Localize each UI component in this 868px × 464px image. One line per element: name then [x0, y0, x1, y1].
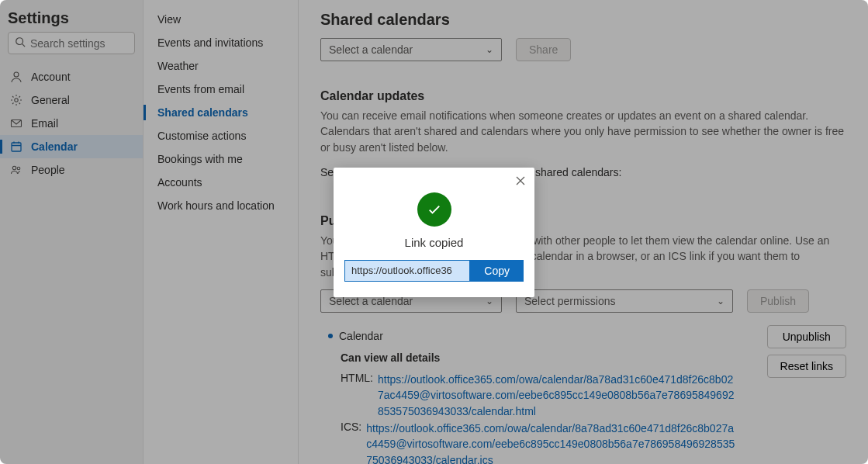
checkmark-circle-icon	[417, 192, 451, 227]
copied-link-input[interactable]: https://outlook.office36	[344, 260, 470, 282]
close-icon[interactable]	[516, 175, 525, 188]
modal-overlay[interactable]: Link copied https://outlook.office36 Cop…	[0, 0, 868, 464]
modal-title: Link copied	[344, 236, 524, 249]
link-copied-modal: Link copied https://outlook.office36 Cop…	[334, 168, 534, 297]
copy-button[interactable]: Copy	[470, 260, 524, 282]
